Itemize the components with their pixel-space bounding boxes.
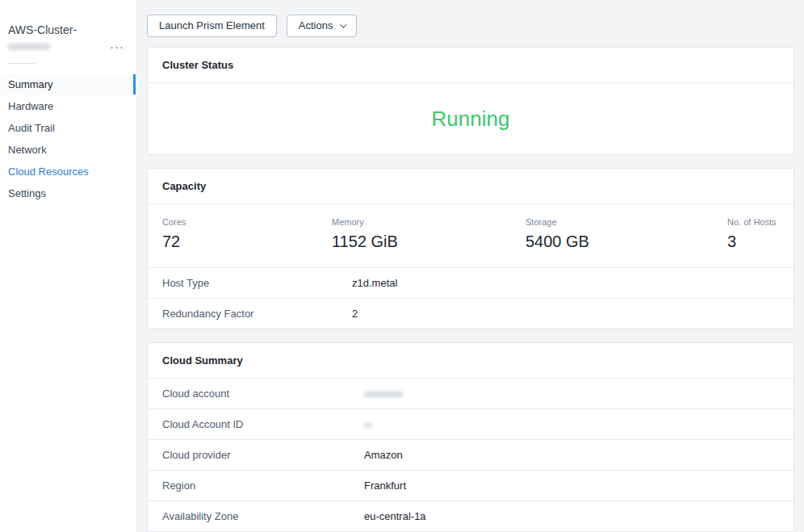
row-label: Availability Zone — [162, 510, 364, 522]
row-value — [364, 418, 372, 430]
host-type-row: Host Type z1d.metal — [148, 267, 794, 298]
sidebar-item-label: Cloud Resources — [8, 165, 89, 178]
cloud-provider-row: Cloud provider Amazon — [148, 440, 794, 471]
sidebar-item-hardware[interactable]: Hardware — [0, 95, 136, 117]
card-title: Cloud Summary — [148, 343, 794, 379]
row-value: Frankfurt — [364, 480, 406, 492]
cloud-account-id-row: Cloud Account ID — [148, 409, 794, 440]
redacted-value — [364, 423, 372, 428]
row-value: eu-central-1a — [364, 510, 426, 522]
stat-storage: Storage 5400 GB — [526, 217, 727, 251]
cluster-name-block: AWS-Cluster- ··· — [0, 23, 136, 50]
cloud-account-row: Cloud account — [148, 379, 794, 409]
cluster-status-value: Running — [432, 107, 510, 132]
sidebar-item-summary[interactable]: Summary — [0, 73, 136, 95]
more-menu-icon[interactable]: ··· — [110, 44, 124, 50]
cluster-name: AWS-Cluster- — [0, 23, 136, 37]
redacted-value — [364, 392, 403, 397]
row-label: Cloud Account ID — [162, 418, 364, 430]
sidebar-item-label: Settings — [8, 187, 46, 199]
card-title: Cluster Status — [148, 48, 794, 83]
cloud-summary-rows: Cloud account Cloud Account ID Cloud pro… — [148, 379, 794, 531]
stat-no-of-hosts: No. of Hosts 3 — [727, 217, 779, 251]
row-value — [364, 387, 403, 400]
sidebar-item-label: Hardware — [8, 100, 53, 112]
sidebar-divider — [8, 63, 36, 64]
stat-label: Cores — [162, 217, 332, 227]
capacity-card: Capacity Cores 72 Memory 1152 GiB Storag… — [147, 168, 794, 329]
row-value: Amazon — [364, 449, 403, 461]
capacity-stats: Cores 72 Memory 1152 GiB Storage 5400 GB… — [148, 204, 794, 267]
card-title: Capacity — [148, 169, 794, 204]
redundancy-factor-row: Redundancy Factor 2 — [148, 298, 794, 329]
button-label: Launch Prism Element — [159, 20, 265, 31]
main-content: Launch Prism Element Actions Cluster Sta… — [136, 0, 804, 532]
capacity-rows: Host Type z1d.metal Redundancy Factor 2 — [148, 267, 794, 329]
cluster-status-body: Running — [148, 83, 794, 154]
sidebar: AWS-Cluster- ··· Summary Hardware Audit … — [0, 0, 136, 532]
launch-prism-element-button[interactable]: Launch Prism Element — [147, 15, 277, 37]
toolbar: Launch Prism Element Actions — [147, 15, 794, 37]
stat-value: 72 — [162, 232, 332, 251]
row-label: Region — [162, 480, 364, 492]
redacted-cluster-name — [8, 44, 50, 50]
cluster-name-second-line: ··· — [0, 37, 136, 50]
region-row: Region Frankfurt — [148, 471, 794, 501]
stat-value: 5400 GB — [526, 232, 727, 251]
stat-label: Memory — [332, 217, 526, 227]
stat-value: 1152 GiB — [332, 232, 526, 251]
stat-value: 3 — [727, 232, 779, 251]
row-label: Cloud account — [162, 387, 364, 400]
button-label: Actions — [299, 20, 333, 31]
stat-cores: Cores 72 — [162, 217, 332, 251]
sidebar-nav: Summary Hardware Audit Trail Network Clo… — [0, 73, 136, 204]
row-label: Host Type — [162, 277, 352, 289]
actions-button[interactable]: Actions — [287, 15, 358, 37]
row-label: Cloud provider — [162, 449, 364, 461]
stat-memory: Memory 1152 GiB — [332, 217, 526, 251]
sidebar-item-label: Summary — [8, 78, 53, 90]
chevron-down-icon — [341, 21, 347, 27]
row-value: 2 — [352, 308, 358, 320]
availability-zone-row: Availability Zone eu-central-1a — [148, 501, 794, 531]
row-value: z1d.metal — [352, 277, 397, 289]
cloud-summary-card: Cloud Summary Cloud account Cloud Accoun… — [147, 342, 794, 532]
stat-label: No. of Hosts — [727, 217, 779, 227]
sidebar-item-label: Network — [8, 144, 47, 156]
sidebar-item-settings[interactable]: Settings — [0, 182, 136, 204]
sidebar-item-network[interactable]: Network — [0, 139, 136, 161]
sidebar-item-label: Audit Trail — [8, 122, 55, 134]
stat-label: Storage — [526, 217, 727, 227]
row-label: Redundancy Factor — [162, 308, 352, 320]
sidebar-item-audit-trail[interactable]: Audit Trail — [0, 117, 136, 139]
cluster-status-card: Cluster Status Running — [147, 47, 794, 155]
sidebar-item-cloud-resources[interactable]: Cloud Resources — [0, 161, 136, 182]
